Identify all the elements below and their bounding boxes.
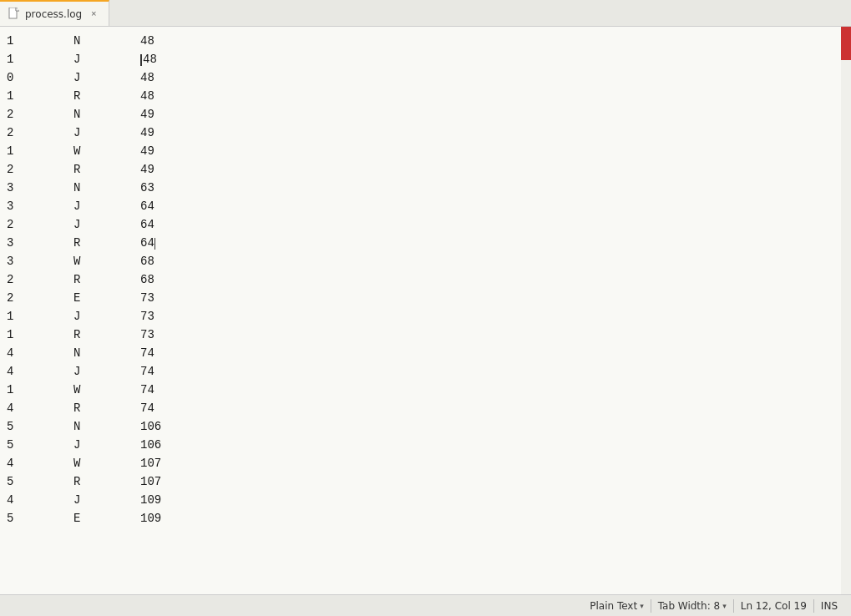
tab-width-status[interactable]: Tab Width: 8 ▾	[651, 600, 733, 612]
col3-value: 48	[140, 50, 157, 68]
col3-value: 73	[140, 307, 154, 326]
table-row: 1N48	[0, 32, 841, 50]
text-cursor	[154, 238, 155, 250]
col3-value: 68	[140, 252, 154, 270]
table-row: 2R49	[0, 160, 841, 179]
col3-value: 49	[140, 142, 154, 160]
col1-value: 1	[7, 32, 73, 50]
scrollbar-thumb[interactable]	[841, 27, 851, 60]
col2-value: J	[73, 124, 140, 142]
col2-value: W	[73, 381, 140, 399]
tab-label: process.log	[25, 8, 82, 20]
table-row: 3J64	[0, 197, 841, 215]
col3-value: 107	[140, 454, 161, 472]
col3-value: 49	[140, 105, 154, 124]
position-status[interactable]: Ln 12, Col 19	[734, 600, 813, 612]
col3-value: 68	[140, 270, 154, 289]
col3-value: 74	[140, 344, 154, 362]
position-label: Ln 12, Col 19	[741, 600, 807, 612]
col3-value: 48	[140, 32, 154, 50]
table-row: 2J64	[0, 215, 841, 234]
col3-value: 49	[140, 124, 154, 142]
tab-width-label: Tab Width: 8	[658, 600, 720, 612]
plain-text-status[interactable]: Plain Text ▾	[583, 600, 650, 612]
table-row: 1J73	[0, 307, 841, 326]
col1-value: 5	[7, 436, 73, 454]
col2-value: W	[73, 252, 140, 270]
plain-text-label: Plain Text	[590, 600, 637, 612]
col2-value: E	[73, 289, 140, 307]
table-row: 4N74	[0, 344, 841, 362]
col1-value: 1	[7, 142, 73, 160]
tab-process-log[interactable]: process.log ×	[0, 0, 109, 26]
table-row: 3R64	[0, 234, 841, 252]
tab-close-button[interactable]: ×	[87, 8, 100, 21]
tab-bar: process.log ×	[0, 0, 851, 27]
table-row: 2R68	[0, 270, 841, 289]
col1-value: 4	[7, 491, 73, 509]
col1-value: 3	[7, 252, 73, 270]
col2-value: N	[73, 105, 140, 124]
col2-value: E	[73, 509, 140, 528]
col3-value: 109	[140, 509, 161, 528]
col2-value: R	[73, 326, 140, 344]
col3-value: 73	[140, 326, 154, 344]
table-row: 5J106	[0, 436, 841, 454]
mode-label: INS	[821, 600, 838, 612]
col3-value: 63	[140, 179, 154, 197]
col1-value: 2	[7, 160, 73, 179]
file-icon	[8, 8, 20, 21]
col1-value: 1	[7, 381, 73, 399]
table-row: 1W49	[0, 142, 841, 160]
col3-value: 48	[140, 87, 154, 105]
vertical-scrollbar[interactable]	[841, 27, 851, 594]
table-row: 4J109	[0, 491, 841, 509]
col3-value: 106	[140, 436, 161, 454]
col1-value: 4	[7, 454, 73, 472]
col2-value: J	[73, 436, 140, 454]
col1-value: 0	[7, 68, 73, 87]
table-row: 1R73	[0, 326, 841, 344]
col2-value: R	[73, 472, 140, 491]
col3-value: 73	[140, 289, 154, 307]
col2-value: J	[73, 215, 140, 234]
table-row: 2J49	[0, 124, 841, 142]
col1-value: 3	[7, 197, 73, 215]
col3-value: 109	[140, 491, 161, 509]
table-row: 5R107	[0, 472, 841, 491]
col1-value: 1	[7, 50, 73, 68]
status-bar: Plain Text ▾ Tab Width: 8 ▾ Ln 12, Col 1…	[0, 594, 851, 616]
plain-text-dropdown-arrow: ▾	[640, 602, 644, 610]
col2-value: R	[73, 270, 140, 289]
col3-value: 74	[140, 381, 154, 399]
table-row: 1R48	[0, 87, 841, 105]
col3-value: 64	[140, 234, 155, 252]
mode-status: INS	[814, 600, 844, 612]
editor-area[interactable]: 1N481J480J481R482N492J491W492R493N633J64…	[0, 27, 841, 594]
col2-value: N	[73, 179, 140, 197]
col3-value: 49	[140, 160, 154, 179]
col1-value: 2	[7, 105, 73, 124]
col1-value: 4	[7, 344, 73, 362]
table-row: 0J48	[0, 68, 841, 87]
table-row: 2E73	[0, 289, 841, 307]
col2-value: R	[73, 399, 140, 417]
col3-value: 74	[140, 399, 154, 417]
col1-value: 4	[7, 399, 73, 417]
col1-value: 2	[7, 215, 73, 234]
col1-value: 2	[7, 289, 73, 307]
col3-value: 106	[140, 417, 161, 436]
col3-value: 64	[140, 215, 154, 234]
col2-value: R	[73, 160, 140, 179]
text-cursor	[140, 54, 142, 66]
col2-value: W	[73, 142, 140, 160]
col3-value: 64	[140, 197, 154, 215]
col2-value: J	[73, 491, 140, 509]
col1-value: 5	[7, 472, 73, 491]
col2-value: N	[73, 344, 140, 362]
col2-value: N	[73, 32, 140, 50]
table-row: 5N106	[0, 417, 841, 436]
col1-value: 1	[7, 326, 73, 344]
content-area: 1N481J480J481R482N492J491W492R493N633J64…	[0, 27, 851, 594]
table-row: 4J74	[0, 362, 841, 381]
